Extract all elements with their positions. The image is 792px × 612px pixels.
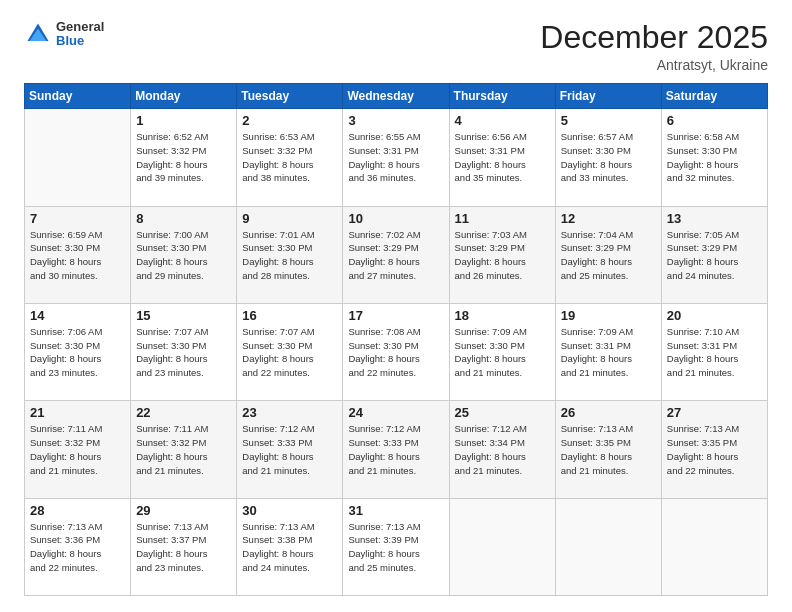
calendar-week-row: 21Sunrise: 7:11 AM Sunset: 3:32 PM Dayli… xyxy=(25,401,768,498)
day-number: 19 xyxy=(561,308,656,323)
calendar-week-row: 28Sunrise: 7:13 AM Sunset: 3:36 PM Dayli… xyxy=(25,498,768,595)
col-header-sunday: Sunday xyxy=(25,84,131,109)
day-number: 12 xyxy=(561,211,656,226)
calendar-cell: 25Sunrise: 7:12 AM Sunset: 3:34 PM Dayli… xyxy=(449,401,555,498)
day-info: Sunrise: 7:13 AM Sunset: 3:35 PM Dayligh… xyxy=(561,422,656,477)
day-number: 13 xyxy=(667,211,762,226)
day-number: 22 xyxy=(136,405,231,420)
col-header-friday: Friday xyxy=(555,84,661,109)
day-info: Sunrise: 7:09 AM Sunset: 3:31 PM Dayligh… xyxy=(561,325,656,380)
calendar-cell: 13Sunrise: 7:05 AM Sunset: 3:29 PM Dayli… xyxy=(661,206,767,303)
calendar-cell: 12Sunrise: 7:04 AM Sunset: 3:29 PM Dayli… xyxy=(555,206,661,303)
calendar-header-row: SundayMondayTuesdayWednesdayThursdayFrid… xyxy=(25,84,768,109)
day-number: 4 xyxy=(455,113,550,128)
day-info: Sunrise: 7:12 AM Sunset: 3:33 PM Dayligh… xyxy=(348,422,443,477)
location: Antratsyt, Ukraine xyxy=(540,57,768,73)
calendar-cell: 17Sunrise: 7:08 AM Sunset: 3:30 PM Dayli… xyxy=(343,303,449,400)
day-info: Sunrise: 6:59 AM Sunset: 3:30 PM Dayligh… xyxy=(30,228,125,283)
day-info: Sunrise: 7:05 AM Sunset: 3:29 PM Dayligh… xyxy=(667,228,762,283)
calendar-cell: 21Sunrise: 7:11 AM Sunset: 3:32 PM Dayli… xyxy=(25,401,131,498)
day-number: 21 xyxy=(30,405,125,420)
day-info: Sunrise: 7:13 AM Sunset: 3:35 PM Dayligh… xyxy=(667,422,762,477)
month-title: December 2025 xyxy=(540,20,768,55)
calendar-cell: 8Sunrise: 7:00 AM Sunset: 3:30 PM Daylig… xyxy=(131,206,237,303)
calendar-cell: 9Sunrise: 7:01 AM Sunset: 3:30 PM Daylig… xyxy=(237,206,343,303)
logo-text: General Blue xyxy=(56,20,104,49)
calendar-cell: 26Sunrise: 7:13 AM Sunset: 3:35 PM Dayli… xyxy=(555,401,661,498)
day-number: 11 xyxy=(455,211,550,226)
day-number: 2 xyxy=(242,113,337,128)
day-number: 8 xyxy=(136,211,231,226)
day-info: Sunrise: 7:04 AM Sunset: 3:29 PM Dayligh… xyxy=(561,228,656,283)
day-info: Sunrise: 7:07 AM Sunset: 3:30 PM Dayligh… xyxy=(242,325,337,380)
page: General Blue December 2025 Antratsyt, Uk… xyxy=(0,0,792,612)
day-number: 17 xyxy=(348,308,443,323)
calendar-cell xyxy=(555,498,661,595)
day-info: Sunrise: 7:02 AM Sunset: 3:29 PM Dayligh… xyxy=(348,228,443,283)
calendar-cell: 20Sunrise: 7:10 AM Sunset: 3:31 PM Dayli… xyxy=(661,303,767,400)
day-info: Sunrise: 7:06 AM Sunset: 3:30 PM Dayligh… xyxy=(30,325,125,380)
calendar-week-row: 1Sunrise: 6:52 AM Sunset: 3:32 PM Daylig… xyxy=(25,109,768,206)
day-number: 10 xyxy=(348,211,443,226)
header: General Blue December 2025 Antratsyt, Uk… xyxy=(24,20,768,73)
logo: General Blue xyxy=(24,20,104,49)
calendar-cell: 31Sunrise: 7:13 AM Sunset: 3:39 PM Dayli… xyxy=(343,498,449,595)
calendar-cell: 11Sunrise: 7:03 AM Sunset: 3:29 PM Dayli… xyxy=(449,206,555,303)
day-number: 23 xyxy=(242,405,337,420)
day-number: 1 xyxy=(136,113,231,128)
day-number: 18 xyxy=(455,308,550,323)
day-info: Sunrise: 6:53 AM Sunset: 3:32 PM Dayligh… xyxy=(242,130,337,185)
day-info: Sunrise: 7:12 AM Sunset: 3:34 PM Dayligh… xyxy=(455,422,550,477)
calendar-cell: 23Sunrise: 7:12 AM Sunset: 3:33 PM Dayli… xyxy=(237,401,343,498)
day-info: Sunrise: 6:55 AM Sunset: 3:31 PM Dayligh… xyxy=(348,130,443,185)
calendar-cell: 6Sunrise: 6:58 AM Sunset: 3:30 PM Daylig… xyxy=(661,109,767,206)
day-number: 30 xyxy=(242,503,337,518)
day-info: Sunrise: 7:10 AM Sunset: 3:31 PM Dayligh… xyxy=(667,325,762,380)
calendar-cell: 14Sunrise: 7:06 AM Sunset: 3:30 PM Dayli… xyxy=(25,303,131,400)
title-block: December 2025 Antratsyt, Ukraine xyxy=(540,20,768,73)
day-number: 20 xyxy=(667,308,762,323)
calendar-cell: 1Sunrise: 6:52 AM Sunset: 3:32 PM Daylig… xyxy=(131,109,237,206)
logo-icon xyxy=(24,20,52,48)
day-number: 31 xyxy=(348,503,443,518)
day-info: Sunrise: 7:13 AM Sunset: 3:39 PM Dayligh… xyxy=(348,520,443,575)
day-number: 5 xyxy=(561,113,656,128)
day-number: 25 xyxy=(455,405,550,420)
calendar-week-row: 14Sunrise: 7:06 AM Sunset: 3:30 PM Dayli… xyxy=(25,303,768,400)
calendar-cell: 15Sunrise: 7:07 AM Sunset: 3:30 PM Dayli… xyxy=(131,303,237,400)
day-number: 7 xyxy=(30,211,125,226)
day-number: 6 xyxy=(667,113,762,128)
day-info: Sunrise: 6:58 AM Sunset: 3:30 PM Dayligh… xyxy=(667,130,762,185)
day-info: Sunrise: 7:03 AM Sunset: 3:29 PM Dayligh… xyxy=(455,228,550,283)
day-info: Sunrise: 7:11 AM Sunset: 3:32 PM Dayligh… xyxy=(136,422,231,477)
day-info: Sunrise: 6:56 AM Sunset: 3:31 PM Dayligh… xyxy=(455,130,550,185)
col-header-tuesday: Tuesday xyxy=(237,84,343,109)
day-info: Sunrise: 7:13 AM Sunset: 3:37 PM Dayligh… xyxy=(136,520,231,575)
calendar-cell: 7Sunrise: 6:59 AM Sunset: 3:30 PM Daylig… xyxy=(25,206,131,303)
calendar-cell: 2Sunrise: 6:53 AM Sunset: 3:32 PM Daylig… xyxy=(237,109,343,206)
day-info: Sunrise: 7:09 AM Sunset: 3:30 PM Dayligh… xyxy=(455,325,550,380)
day-number: 14 xyxy=(30,308,125,323)
logo-general: General xyxy=(56,20,104,34)
day-number: 3 xyxy=(348,113,443,128)
calendar-cell: 16Sunrise: 7:07 AM Sunset: 3:30 PM Dayli… xyxy=(237,303,343,400)
calendar-cell xyxy=(449,498,555,595)
calendar-cell: 29Sunrise: 7:13 AM Sunset: 3:37 PM Dayli… xyxy=(131,498,237,595)
day-info: Sunrise: 7:13 AM Sunset: 3:36 PM Dayligh… xyxy=(30,520,125,575)
calendar-cell: 30Sunrise: 7:13 AM Sunset: 3:38 PM Dayli… xyxy=(237,498,343,595)
day-info: Sunrise: 6:57 AM Sunset: 3:30 PM Dayligh… xyxy=(561,130,656,185)
logo-blue: Blue xyxy=(56,34,104,48)
day-info: Sunrise: 7:00 AM Sunset: 3:30 PM Dayligh… xyxy=(136,228,231,283)
day-number: 16 xyxy=(242,308,337,323)
day-info: Sunrise: 7:13 AM Sunset: 3:38 PM Dayligh… xyxy=(242,520,337,575)
calendar-cell: 19Sunrise: 7:09 AM Sunset: 3:31 PM Dayli… xyxy=(555,303,661,400)
col-header-wednesday: Wednesday xyxy=(343,84,449,109)
day-info: Sunrise: 7:01 AM Sunset: 3:30 PM Dayligh… xyxy=(242,228,337,283)
day-info: Sunrise: 7:12 AM Sunset: 3:33 PM Dayligh… xyxy=(242,422,337,477)
day-number: 27 xyxy=(667,405,762,420)
calendar-table: SundayMondayTuesdayWednesdayThursdayFrid… xyxy=(24,83,768,596)
day-number: 15 xyxy=(136,308,231,323)
day-info: Sunrise: 7:07 AM Sunset: 3:30 PM Dayligh… xyxy=(136,325,231,380)
col-header-thursday: Thursday xyxy=(449,84,555,109)
day-number: 29 xyxy=(136,503,231,518)
